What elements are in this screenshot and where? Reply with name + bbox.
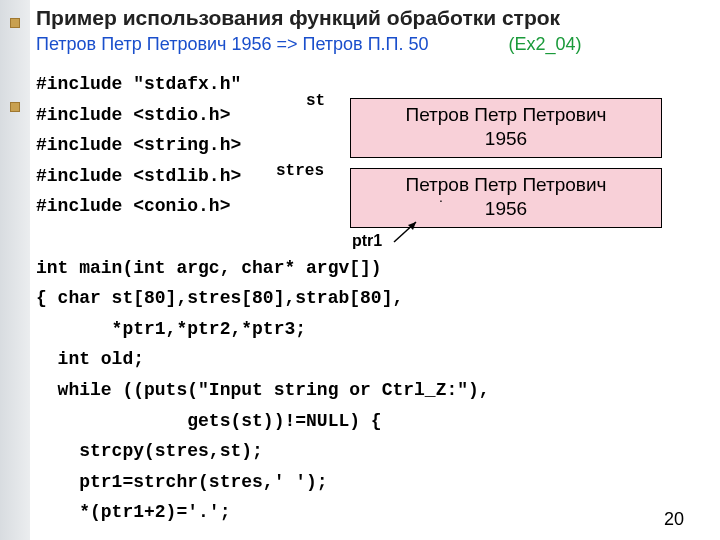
sidebar-marker [10, 18, 20, 28]
subtitle-reference: (Ex2_04) [509, 34, 582, 54]
page-number: 20 [664, 509, 684, 530]
box-st-line1: Петров Петр Петрович [406, 104, 607, 125]
sidebar-gradient [0, 0, 30, 540]
label-st: st [306, 92, 325, 110]
label-ptr1: ptr1 [352, 232, 382, 250]
box-st: Петров Петр Петрович 1956 [350, 98, 662, 158]
arrow-ptr1 [388, 218, 428, 246]
box-st-line2: 1956 [485, 128, 527, 149]
slide-content: Пример использования функций обработки с… [36, 6, 710, 528]
slide-title: Пример использования функций обработки с… [36, 6, 710, 30]
label-stres: stres [276, 162, 324, 180]
subtitle-transform: Петров Петр Петрович 1956 => Петров П.П.… [36, 34, 429, 54]
box-stres-dot: . [439, 189, 443, 207]
slide-subtitle: Петров Петр Петрович 1956 => Петров П.П.… [36, 34, 710, 55]
box-stres-line2: 1956 [485, 198, 527, 219]
sidebar-marker [10, 102, 20, 112]
box-stres-line1: Петров Петр Петрович [406, 174, 607, 195]
